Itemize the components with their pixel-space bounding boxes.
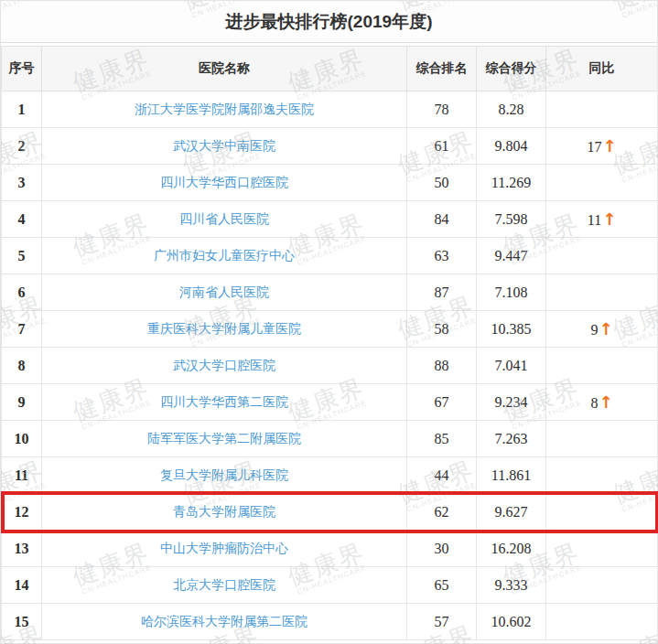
row-index: 13 xyxy=(2,531,42,567)
up-arrow-icon: ↑ xyxy=(602,136,616,156)
hospital-link[interactable]: 四川大学华西第二医院 xyxy=(160,394,288,409)
overall-rank-value: 65 xyxy=(407,567,477,604)
hospital-link[interactable]: 中山大学肿瘤防治中心 xyxy=(160,541,288,555)
yoy-cell: 8↑ xyxy=(546,384,658,421)
ranking-table-frame: 进步最快排行榜(2019年度) 序号 医院名称 综合排名 综合得分 同比 1浙江… xyxy=(0,0,658,644)
yoy-cell xyxy=(546,494,658,531)
hospital-name-cell: 四川大学华西第二医院 xyxy=(42,384,407,421)
overall-score-value: 7.263 xyxy=(477,421,546,457)
hospital-name-cell: 四川省人民医院 xyxy=(42,201,407,238)
row-index: 7 xyxy=(2,311,42,348)
hospital-link[interactable]: 陆军军医大学第二附属医院 xyxy=(147,431,301,445)
yoy-cell xyxy=(546,91,658,128)
yoy-cell: 17↑ xyxy=(546,128,658,165)
table-row: 5广州市妇女儿童医疗中心639.447 xyxy=(2,238,658,274)
yoy-cell xyxy=(546,238,658,274)
hospital-link[interactable]: 重庆医科大学附属儿童医院 xyxy=(147,321,301,336)
hospital-name-cell: 浙江大学医学院附属邵逸夫医院 xyxy=(42,91,407,128)
overall-score-value: 9.804 xyxy=(477,128,546,165)
table-row: 12青岛大学附属医院629.627 xyxy=(2,494,658,531)
overall-score-value: 11.269 xyxy=(477,165,546,201)
hospital-link[interactable]: 北京大学口腔医院 xyxy=(173,577,275,592)
col-header-index: 序号 xyxy=(2,47,42,91)
table-row: 11复旦大学附属儿科医院4411.861 xyxy=(2,457,658,494)
overall-score-value: 9.333 xyxy=(477,567,546,604)
overall-score-value: 9.447 xyxy=(477,238,546,274)
row-index: 5 xyxy=(2,238,42,274)
col-header-name: 医院名称 xyxy=(42,47,407,91)
hospital-link[interactable]: 四川大学华西口腔医院 xyxy=(160,175,288,189)
hospital-name-cell: 陆军军医大学第二附属医院 xyxy=(42,421,407,457)
overall-rank-value: 78 xyxy=(407,91,477,128)
table-row: 10陆军军医大学第二附属医院857.263 xyxy=(2,421,658,457)
table-row: 15哈尔滨医科大学附属第二医院5710.602 xyxy=(2,604,658,640)
overall-rank-value: 88 xyxy=(407,348,477,384)
col-header-rank: 综合排名 xyxy=(407,47,477,91)
overall-rank-value: 30 xyxy=(407,531,477,567)
hospital-name-cell: 广州市妇女儿童医疗中心 xyxy=(42,238,407,274)
row-index: 8 xyxy=(2,348,42,384)
row-index: 6 xyxy=(2,274,42,311)
hospital-name-cell: 重庆医科大学附属儿童医院 xyxy=(42,311,407,348)
overall-score-value: 11.861 xyxy=(477,457,546,494)
overall-rank-value: 85 xyxy=(407,421,477,457)
overall-score-value: 7.598 xyxy=(477,201,546,238)
table-row: 4四川省人民医院847.59811↑ xyxy=(2,201,658,238)
hospital-name-cell: 青岛大学附属医院 xyxy=(42,494,407,531)
table-row: 14北京大学口腔医院659.333 xyxy=(2,567,658,604)
overall-score-value: 7.041 xyxy=(477,348,546,384)
overall-rank-value: 44 xyxy=(407,457,477,494)
table-row: 6河南省人民医院877.108 xyxy=(2,274,658,311)
hospital-link[interactable]: 四川省人民医院 xyxy=(179,211,269,226)
yoy-cell xyxy=(546,165,658,201)
table-row: 7重庆医科大学附属儿童医院5810.3859↑ xyxy=(2,311,658,348)
hospital-name-cell: 中山大学肿瘤防治中心 xyxy=(42,531,407,567)
col-header-score: 综合得分 xyxy=(477,47,546,91)
yoy-cell: 9↑ xyxy=(546,311,658,348)
overall-score-value: 8.28 xyxy=(477,91,546,128)
hospital-link[interactable]: 青岛大学附属医院 xyxy=(173,504,275,519)
overall-rank-value: 57 xyxy=(407,604,477,640)
overall-score-value: 10.385 xyxy=(477,311,546,348)
table-row: 1浙江大学医学院附属邵逸夫医院788.28 xyxy=(2,91,658,128)
up-arrow-icon: ↑ xyxy=(599,319,612,338)
overall-rank-value: 87 xyxy=(407,274,477,311)
table-row: 8武汉大学口腔医院887.041 xyxy=(2,348,658,384)
hospital-name-cell: 复旦大学附属儿科医院 xyxy=(42,457,407,494)
yoy-cell xyxy=(546,421,658,457)
hospital-name-cell: 四川大学华西口腔医院 xyxy=(42,165,407,201)
hospital-link[interactable]: 浙江大学医学院附属邵逸夫医院 xyxy=(135,102,314,116)
row-index: 15 xyxy=(2,604,42,640)
ranking-table: 序号 医院名称 综合排名 综合得分 同比 1浙江大学医学院附属邵逸夫医院788.… xyxy=(1,46,658,640)
row-index: 4 xyxy=(2,201,42,238)
hospital-link[interactable]: 哈尔滨医科大学附属第二医院 xyxy=(141,614,307,628)
row-index: 12 xyxy=(2,494,42,531)
hospital-link[interactable]: 武汉大学口腔医院 xyxy=(173,358,275,372)
table-row: 3四川大学华西口腔医院5011.269 xyxy=(2,165,658,201)
yoy-value: 11 xyxy=(588,212,601,228)
yoy-cell xyxy=(546,348,658,384)
overall-rank-value: 58 xyxy=(407,311,477,348)
hospital-name-cell: 河南省人民医院 xyxy=(42,274,407,311)
header-row: 序号 医院名称 综合排名 综合得分 同比 xyxy=(2,47,658,91)
up-arrow-icon: ↑ xyxy=(602,209,616,229)
row-index: 3 xyxy=(2,165,42,201)
overall-score-value: 16.208 xyxy=(477,531,546,567)
hospital-link[interactable]: 河南省人民医院 xyxy=(179,284,269,299)
page-title: 进步最快排行榜(2019年度) xyxy=(1,1,657,43)
hospital-link[interactable]: 广州市妇女儿童医疗中心 xyxy=(154,248,295,263)
hospital-name-cell: 北京大学口腔医院 xyxy=(42,567,407,604)
overall-score-value: 7.108 xyxy=(477,274,546,311)
yoy-value: 8 xyxy=(590,395,598,411)
up-arrow-icon: ↑ xyxy=(599,392,612,412)
hospital-name-cell: 武汉大学中南医院 xyxy=(42,128,407,165)
hospital-name-cell: 哈尔滨医科大学附属第二医院 xyxy=(42,604,407,640)
yoy-cell: 11↑ xyxy=(546,201,658,238)
row-index: 10 xyxy=(2,421,42,457)
overall-score-value: 9.234 xyxy=(477,384,546,421)
table-row: 9四川大学华西第二医院679.2348↑ xyxy=(2,384,658,421)
yoy-cell xyxy=(546,457,658,494)
overall-score-value: 9.627 xyxy=(477,494,546,531)
hospital-link[interactable]: 复旦大学附属儿科医院 xyxy=(160,467,288,482)
hospital-link[interactable]: 武汉大学中南医院 xyxy=(173,138,275,153)
